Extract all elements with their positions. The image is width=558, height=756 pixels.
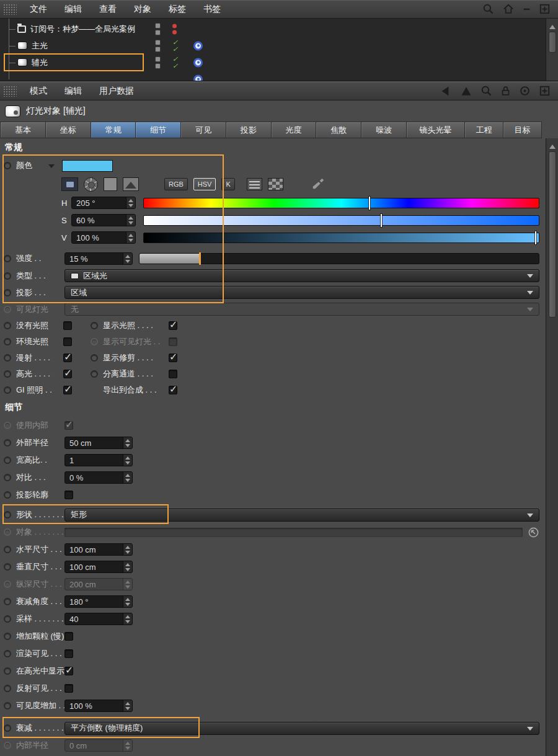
- tab-镜头光晕[interactable]: 镜头光晕: [407, 122, 465, 138]
- light-type-dropdown[interactable]: 区域光: [64, 269, 539, 282]
- field[interactable]: 100 cm: [64, 543, 133, 556]
- menu-item-编辑[interactable]: 编辑: [56, 0, 91, 18]
- object-row[interactable]: [0, 71, 546, 81]
- slider-marker[interactable]: [535, 231, 536, 244]
- scroll-up-arrow[interactable]: [549, 141, 556, 149]
- hsv-field-V[interactable]: 100 %: [71, 231, 136, 244]
- checkbox[interactable]: [63, 337, 72, 346]
- anim-dot[interactable]: [91, 370, 98, 378]
- image-picker-icon[interactable]: [123, 177, 139, 191]
- checkbox[interactable]: [63, 370, 72, 378]
- menu-item-文件[interactable]: 文件: [21, 0, 56, 18]
- checkbox[interactable]: [169, 386, 177, 394]
- anim-dot[interactable]: [4, 563, 11, 571]
- dropdown[interactable]: 矩形: [64, 509, 539, 522]
- spinner-arrows[interactable]: [126, 197, 135, 208]
- target-tag-icon[interactable]: [193, 41, 203, 50]
- anim-dot[interactable]: [4, 724, 11, 732]
- menu-item-查看[interactable]: 查看: [91, 0, 125, 18]
- anim-dot[interactable]: [4, 386, 11, 394]
- tab-基本[interactable]: 基本: [0, 122, 46, 138]
- visibility-dots[interactable]: [172, 22, 177, 36]
- object-row-辅光[interactable]: 辅光✓✓: [0, 54, 546, 71]
- field[interactable]: 180 °: [64, 595, 133, 608]
- checkbox[interactable]: [64, 649, 73, 658]
- scroll-thumb[interactable]: [549, 32, 556, 53]
- anim-dot[interactable]: [4, 456, 11, 464]
- add-palette-icon[interactable]: [539, 3, 551, 15]
- add-palette-icon[interactable]: [539, 85, 551, 97]
- menu-item-编辑[interactable]: 编辑: [56, 82, 91, 100]
- anim-dot[interactable]: [4, 370, 11, 378]
- checkbox[interactable]: [169, 370, 177, 378]
- gradient-bar-H[interactable]: [143, 198, 539, 208]
- visibility-dots[interactable]: ✓✓: [172, 56, 178, 69]
- slider-marker[interactable]: [381, 214, 382, 227]
- search-icon[interactable]: [480, 85, 492, 97]
- scroll-up-arrow[interactable]: [549, 22, 556, 29]
- tab-常规[interactable]: 常规: [91, 122, 136, 138]
- anim-dot[interactable]: [4, 491, 11, 499]
- slider-marker[interactable]: [369, 197, 370, 210]
- eyedropper-icon[interactable]: [311, 177, 325, 191]
- anim-dot[interactable]: [4, 272, 11, 280]
- color-wheel-icon[interactable]: [84, 177, 98, 192]
- kelvin-mode-button[interactable]: K: [221, 178, 234, 190]
- anim-dot[interactable]: [91, 322, 98, 329]
- spinner-arrows[interactable]: [123, 579, 132, 590]
- menu-item-用户数据[interactable]: 用户数据: [91, 82, 143, 100]
- hsv-mode-button[interactable]: HSV: [193, 178, 216, 190]
- target-icon[interactable]: [519, 85, 531, 97]
- anim-dot[interactable]: [4, 338, 11, 345]
- menu-item-标签[interactable]: 标签: [160, 0, 195, 18]
- tab-目标[interactable]: 目标: [503, 122, 542, 138]
- tab-可见[interactable]: 可见: [181, 122, 226, 138]
- anim-dot[interactable]: [4, 615, 11, 623]
- anim-dot[interactable]: [4, 546, 11, 553]
- spinner-arrows[interactable]: [123, 700, 132, 711]
- layer-toggle-icon[interactable]: [155, 55, 161, 70]
- spinner-arrows[interactable]: [126, 232, 135, 243]
- anim-dot[interactable]: [4, 322, 11, 329]
- palette-grip-icon[interactable]: [3, 4, 17, 15]
- spinner-arrows[interactable]: [123, 437, 132, 448]
- spinner-arrows[interactable]: [123, 253, 132, 264]
- pick-object-icon[interactable]: [527, 526, 539, 538]
- anim-dot[interactable]: [4, 255, 11, 262]
- spinner-arrows[interactable]: [123, 544, 132, 555]
- anim-dot[interactable]: [4, 702, 11, 709]
- tab-细节[interactable]: 细节: [136, 122, 181, 138]
- checkbox[interactable]: [63, 321, 72, 330]
- hsv-field-S[interactable]: 60 %: [71, 214, 136, 226]
- tab-投影[interactable]: 投影: [226, 122, 272, 138]
- field[interactable]: 50 cm: [64, 437, 133, 449]
- layer-toggle-icon[interactable]: [155, 22, 161, 37]
- anim-dot[interactable]: [4, 474, 11, 481]
- anim-dot[interactable]: [4, 354, 11, 362]
- gradient-bar-V[interactable]: [143, 233, 539, 243]
- intensity-slider[interactable]: [139, 253, 539, 264]
- slider-handle[interactable]: [199, 252, 201, 265]
- anim-dot[interactable]: [4, 650, 11, 657]
- checkbox[interactable]: [63, 386, 72, 394]
- back-arrow-icon[interactable]: [438, 86, 452, 97]
- tab-坐标[interactable]: 坐标: [46, 122, 91, 138]
- field[interactable]: 40: [64, 613, 133, 625]
- panel-scrollbar[interactable]: [546, 138, 558, 756]
- field[interactable]: 1: [64, 454, 133, 466]
- anim-dot[interactable]: [4, 439, 11, 447]
- tab-工程[interactable]: 工程: [465, 122, 503, 138]
- menu-item-模式[interactable]: 模式: [21, 82, 56, 100]
- tab-焦散[interactable]: 焦散: [316, 122, 361, 138]
- field[interactable]: 100 %: [64, 700, 133, 712]
- visibility-dots[interactable]: ✓✓: [172, 39, 178, 53]
- spinner-arrows[interactable]: [123, 596, 132, 607]
- object-row-主光[interactable]: 主光✓✓: [0, 37, 546, 54]
- texture-preview-icon[interactable]: [61, 177, 78, 191]
- checkbox[interactable]: [64, 491, 73, 499]
- checkbox[interactable]: [169, 321, 177, 330]
- object-row-订阅号：种梦——全局光案例[interactable]: 订阅号：种梦——全局光案例: [0, 20, 546, 37]
- color-spectrum-icon[interactable]: [104, 177, 117, 191]
- object-manager-scrollbar[interactable]: [546, 19, 558, 81]
- menu-item-书签[interactable]: 书签: [195, 0, 229, 18]
